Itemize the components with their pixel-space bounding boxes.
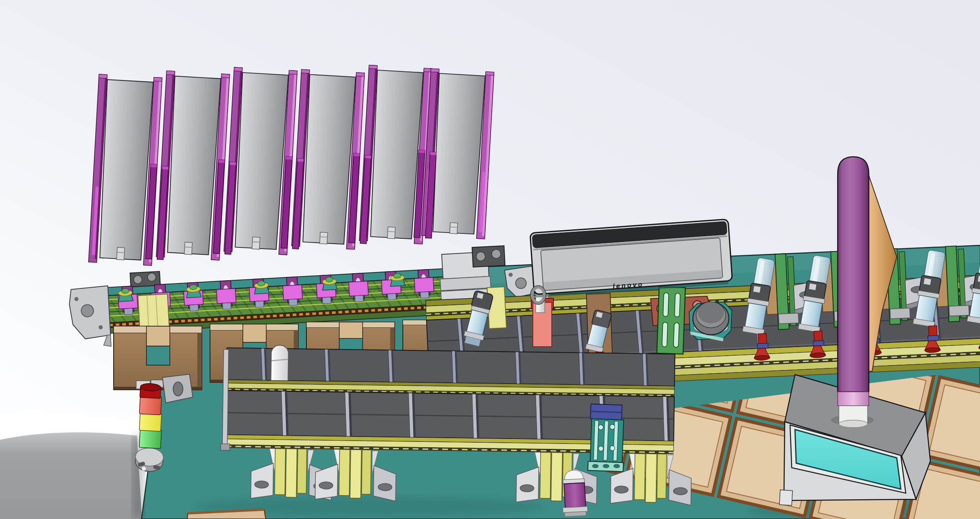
cad-viewport[interactable]: lenovo xyxy=(0,0,980,519)
slotted-bracket-green xyxy=(657,287,685,354)
machine-render: lenovo xyxy=(0,0,980,519)
slide-unit xyxy=(588,404,626,472)
monitor: lenovo xyxy=(530,219,733,297)
purple-column xyxy=(838,157,869,428)
column-pink-band xyxy=(838,392,869,406)
tower-shadow xyxy=(132,436,144,518)
tower-green xyxy=(139,429,161,449)
floor-shadow xyxy=(0,432,142,519)
